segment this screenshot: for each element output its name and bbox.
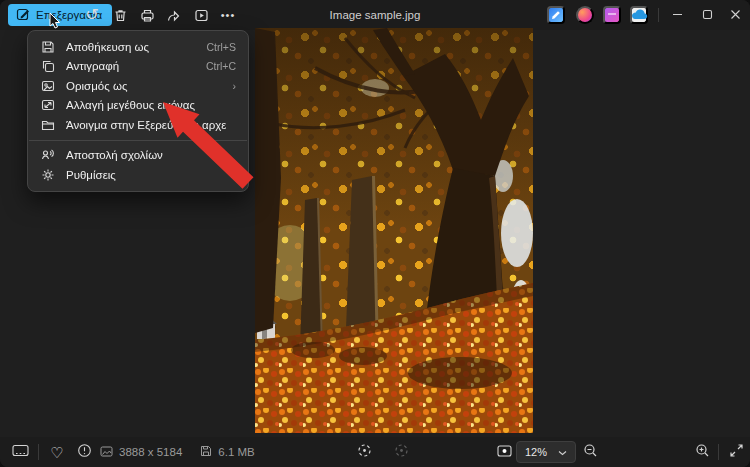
menu-item-label: Αποστολή σχολίων (66, 149, 226, 161)
slideshow-button[interactable] (189, 3, 213, 27)
heart-icon: ♡ (50, 445, 63, 460)
info-icon (77, 443, 92, 461)
fullscreen-button[interactable] (724, 440, 748, 464)
menu-item-label: Αποθήκευση ως (66, 41, 197, 53)
resize-image-icon (40, 97, 56, 113)
menu-item-send-feedback[interactable]: Αποστολή σχολίων (28, 146, 248, 166)
save-icon (40, 39, 56, 55)
maximize-button[interactable] (692, 0, 722, 30)
file-size-value: 6.1 MB (218, 446, 254, 458)
filesize-icon (200, 445, 212, 459)
menu-separator (29, 140, 247, 141)
menu-item-settings[interactable]: Ρυθμίσεις (28, 165, 248, 185)
fullscreen-expand-icon (730, 444, 743, 460)
close-icon (730, 8, 741, 23)
autumn-forest-image (255, 28, 533, 433)
menu-item-label: Ρυθμίσεις (66, 169, 226, 181)
clip-notch-icon (607, 8, 617, 23)
pencil-white-icon (551, 8, 561, 23)
menu-item-save-as[interactable]: Αποθήκευση ως Ctrl+S (28, 37, 248, 57)
menu-item-open-file-explorer[interactable]: Άνοιγμα στην Εξερεύνηση αρχείων (28, 115, 248, 135)
toolbar: Επεξεργασία ↺ ••• (0, 0, 750, 30)
delete-button[interactable] (108, 3, 132, 27)
designer-app-button[interactable] (576, 6, 594, 24)
titlebar-separator (658, 8, 659, 22)
maximize-icon (702, 8, 713, 23)
menu-item-label: Ορισμός ως (66, 80, 223, 92)
zoom-out-button[interactable] (578, 440, 602, 464)
chevron-down-icon (558, 446, 567, 458)
menu-item-copy[interactable]: Αντιγραφή Ctrl+C (28, 57, 248, 77)
close-button[interactable] (720, 0, 750, 30)
zoom-level-dropdown[interactable]: 12% (516, 441, 576, 463)
zoom-level-value: 12% (525, 446, 547, 458)
photo-canvas[interactable] (255, 28, 533, 433)
preview-box-icon (497, 445, 512, 460)
folder-icon (40, 117, 56, 133)
menu-item-shortcut: Ctrl+S (207, 41, 236, 53)
zoom-in-icon (695, 443, 710, 461)
submenu-chevron-icon: › (233, 80, 237, 92)
print-button[interactable] (135, 3, 159, 27)
edit-pencil-icon (16, 7, 30, 23)
status-bar: ♡ 3888 x 5184 6.1 MB 12% (0, 437, 750, 467)
filmstrip-icon (12, 444, 29, 460)
printer-icon (140, 8, 155, 23)
gear-icon (40, 167, 56, 183)
zoom-in-button[interactable] (690, 440, 714, 464)
image-dimensions-value: 3888 x 5184 (119, 446, 182, 458)
menu-item-set-as[interactable]: Ορισμός ως › (28, 76, 248, 96)
share-button[interactable] (161, 3, 185, 27)
ellipsis-icon: ••• (221, 10, 236, 21)
clipchamp-app-button[interactable] (603, 6, 621, 24)
edit-context-menu: Αποθήκευση ως Ctrl+S Αντιγραφή Ctrl+C Ορ… (27, 30, 249, 192)
onedrive-button[interactable] (630, 6, 648, 24)
preview-thumbnail-button[interactable] (492, 440, 516, 464)
menu-item-label: Αλλαγή μεγέθους εικόνας (66, 99, 226, 111)
file-info-button[interactable] (72, 440, 96, 464)
filmstrip-toggle-button[interactable] (8, 440, 32, 464)
menu-item-label: Άνοιγμα στην Εξερεύνηση αρχείων (66, 119, 226, 131)
file-title: Image sample.jpg (330, 9, 421, 21)
fit-screen-icon (357, 443, 372, 461)
zoom-actual-size-button[interactable] (389, 440, 413, 464)
zoom-fit-button[interactable] (352, 440, 376, 464)
copy-icon (40, 58, 56, 74)
onedrive-cloud-icon (630, 8, 648, 23)
rotate-button[interactable]: ↺ (80, 3, 104, 27)
statusbar-separator-right (718, 444, 719, 460)
favorite-button[interactable]: ♡ (45, 440, 69, 464)
statusbar-separator (38, 444, 39, 460)
dimensions-icon (100, 446, 113, 459)
more-options-button[interactable]: ••• (216, 3, 240, 27)
set-as-icon (40, 78, 56, 94)
menu-item-shortcut: Ctrl+C (206, 60, 236, 72)
menu-item-resize-image[interactable]: Αλλαγή μεγέθους εικόνας (28, 96, 248, 116)
rotate-icon: ↺ (85, 7, 98, 23)
minimize-button[interactable] (662, 0, 692, 30)
menu-item-label: Αντιγραφή (66, 60, 196, 72)
zoom-out-icon (583, 443, 598, 461)
actual-size-icon (394, 443, 409, 461)
photos-app-window: Επεξεργασία ↺ ••• (0, 0, 750, 467)
share-icon (166, 8, 181, 23)
feedback-icon (40, 147, 56, 163)
minimize-icon (672, 8, 683, 23)
slideshow-icon (194, 8, 209, 23)
image-dimensions-group: 3888 x 5184 6.1 MB (100, 437, 255, 467)
edit-image-app-button[interactable] (547, 6, 565, 24)
trash-icon (113, 8, 128, 23)
